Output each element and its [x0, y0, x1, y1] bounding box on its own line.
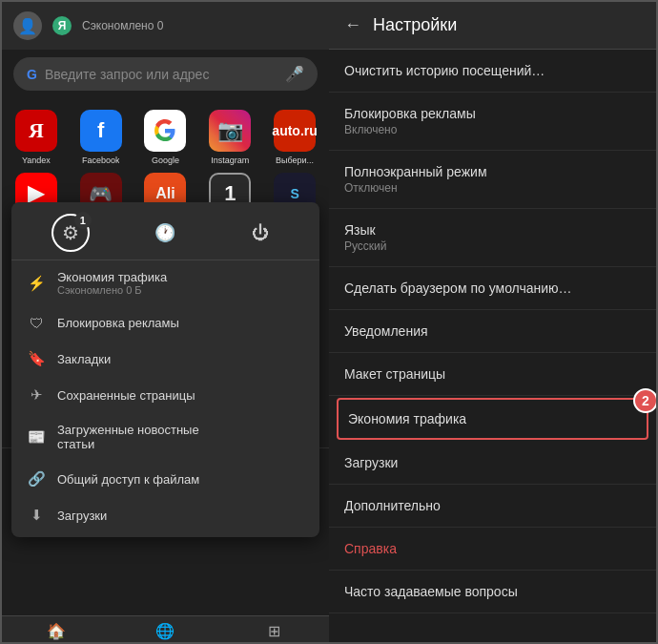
app-grid-row1: Я Yandex f Facebook Google 📷 Instagram: [2, 98, 329, 169]
badge-2: 2: [633, 388, 656, 413]
power-icon: ⏻: [252, 223, 269, 243]
tabs-icon: ⊞: [268, 622, 280, 640]
saved-label: Сэкономлено 0: [82, 19, 318, 32]
settings-block-ads-sub: Включено: [344, 123, 641, 136]
menu-settings-btn[interactable]: ⚙ 1: [51, 214, 90, 252]
app-facebook-label: Facebook: [82, 156, 120, 165]
app-facebook[interactable]: f Facebook: [71, 106, 132, 169]
browser-icon: 🌐: [155, 622, 175, 640]
settings-faq[interactable]: Часто задаваемые вопросы: [329, 571, 656, 613]
menu-saved-pages-label: Сохраненные страницы: [57, 388, 195, 403]
settings-downloads[interactable]: Загрузки: [329, 442, 656, 485]
settings-clear-history[interactable]: Очистить историю посещений…: [329, 50, 656, 93]
search-input[interactable]: Введите запрос или адрес: [45, 67, 278, 82]
settings-traffic-saving-label: Экономия трафика: [348, 411, 637, 426]
tab-tabs[interactable]: ⊞: [220, 622, 329, 640]
app-auto-label: Выбери...: [276, 156, 314, 165]
settings-fullscreen-label: Полноэкранный режим: [344, 164, 641, 179]
settings-default-browser[interactable]: Сделать браузером по умолчанию…: [329, 267, 656, 310]
settings-block-ads-label: Блокировка рекламы: [344, 106, 641, 121]
history-icon: 🕐: [154, 222, 175, 243]
app-google-label: Google: [152, 156, 179, 165]
settings-header: ← Настройки: [329, 2, 656, 50]
mic-icon[interactable]: 🎤: [285, 65, 304, 83]
news-icon: 📰: [27, 428, 46, 446]
search-bar[interactable]: G Введите запрос или адрес 🎤: [13, 57, 318, 91]
right-panel: ← Настройки Очистить историю посещений… …: [329, 2, 656, 644]
instagram-icon: 📷: [209, 110, 251, 152]
menu-news-label: Загруженные новостные: [57, 423, 199, 437]
savings-icon: ⚡: [27, 275, 46, 292]
auto-icon: auto.ru: [274, 110, 316, 152]
top-bar: 👤 Я Сэкономлено 0: [2, 2, 329, 50]
settings-traffic-saving-wrapper: Экономия трафика 2: [337, 398, 648, 440]
settings-fullscreen-sub: Отключен: [344, 181, 641, 195]
settings-language-label: Язык: [344, 222, 641, 238]
menu-item-savings[interactable]: ⚡ Экономия трафика Сэкономлено 0 Б: [11, 260, 319, 305]
menu-item-bookmarks[interactable]: 🔖 Закладки: [11, 341, 319, 377]
tab-home[interactable]: 🏠: [2, 622, 111, 640]
menu-savings-content: Экономия трафика Сэкономлено 0 Б: [57, 270, 167, 296]
menu-item-saved-pages[interactable]: ✈ Сохраненные страницы: [11, 377, 319, 413]
app-auto[interactable]: auto.ru Выбери...: [264, 106, 325, 169]
app-yandex[interactable]: Я Yandex: [6, 106, 67, 169]
menu-history-btn[interactable]: 🕐: [146, 214, 184, 252]
app-instagram-label: Instagram: [211, 156, 249, 165]
google-logo: G: [27, 67, 37, 82]
menu-item-news[interactable]: 📰 Загруженные новостные статьи: [11, 413, 319, 461]
settings-language-sub: Русский: [344, 239, 641, 253]
svg-text:Я: Я: [58, 19, 67, 32]
menu-item-blockads[interactable]: 🛡 Блокировка рекламы: [11, 305, 319, 341]
shield-icon: 🛡: [27, 315, 46, 331]
share-icon: 🔗: [27, 470, 46, 488]
settings-notifications-label: Уведомления: [344, 323, 641, 339]
bookmark-icon: 🔖: [27, 350, 46, 367]
app-yandex-label: Yandex: [22, 156, 51, 165]
settings-title: Настройки: [373, 15, 457, 35]
menu-blockads-label: Блокировка рекламы: [57, 316, 179, 330]
tab-browser[interactable]: 🌐: [111, 622, 219, 640]
settings-notifications[interactable]: Уведомления: [329, 310, 656, 353]
airplane-icon: ✈: [27, 386, 46, 404]
settings-language[interactable]: Язык Русский: [329, 209, 656, 267]
menu-item-downloads[interactable]: ⬇ Загрузки: [11, 497, 319, 533]
menu-news-label2: статьи: [57, 437, 199, 451]
settings-page-layout[interactable]: Макет страницы: [329, 353, 656, 396]
home-icon: 🏠: [47, 622, 66, 640]
settings-block-ads[interactable]: Блокировка рекламы Включено: [329, 93, 656, 151]
google-icon: [144, 110, 186, 152]
dropdown-menu: ⚙ 1 🕐 ⏻ ⚡ Экономия трафика Сэкономлено 0…: [11, 202, 319, 537]
facebook-icon: f: [80, 110, 122, 152]
menu-savings-label: Экономия трафика: [57, 270, 167, 284]
settings-fullscreen[interactable]: Полноэкранный режим Отключен: [329, 151, 656, 209]
settings-list: Очистить историю посещений… Блокировка р…: [329, 50, 656, 644]
settings-advanced-label: Дополнительно: [344, 498, 641, 513]
menu-item-sharing[interactable]: 🔗 Общий доступ к файлам: [11, 461, 319, 497]
menu-savings-sub: Сэкономлено 0 Б: [57, 284, 167, 296]
menu-news-content: Загруженные новостные статьи: [57, 423, 199, 451]
menu-power-btn[interactable]: ⏻: [241, 214, 279, 252]
back-button[interactable]: ←: [344, 15, 361, 35]
badge-1: 1: [74, 212, 92, 229]
menu-bookmarks-label: Закладки: [57, 352, 111, 366]
avatar[interactable]: 👤: [13, 11, 42, 40]
menu-sharing-label: Общий доступ к файлам: [57, 472, 199, 487]
bottom-tabs: 🏠 🌐 ⊞: [2, 615, 329, 644]
menu-icon-row: ⚙ 1 🕐 ⏻: [11, 206, 319, 260]
download-icon: ⬇: [27, 507, 46, 524]
settings-help[interactable]: Справка: [329, 528, 656, 571]
yandex-icon: Я: [15, 110, 57, 152]
settings-advanced[interactable]: Дополнительно: [329, 485, 656, 528]
yandex-browser-icon: Я: [51, 15, 72, 36]
app-google[interactable]: Google: [135, 106, 196, 169]
menu-downloads-label: Загрузки: [57, 509, 107, 523]
settings-page-layout-label: Макет страницы: [344, 366, 641, 382]
settings-clear-history-label: Очистить историю посещений…: [344, 63, 641, 78]
settings-default-browser-label: Сделать браузером по умолчанию…: [344, 280, 641, 296]
settings-downloads-label: Загрузки: [344, 455, 641, 470]
left-panel: 👤 Я Сэкономлено 0 G Введите запрос или а…: [2, 2, 329, 644]
settings-traffic-saving[interactable]: Экономия трафика: [337, 398, 648, 440]
app-instagram[interactable]: 📷 Instagram: [199, 106, 260, 169]
settings-help-label: Справка: [344, 541, 641, 556]
settings-faq-label: Часто задаваемые вопросы: [344, 584, 641, 599]
